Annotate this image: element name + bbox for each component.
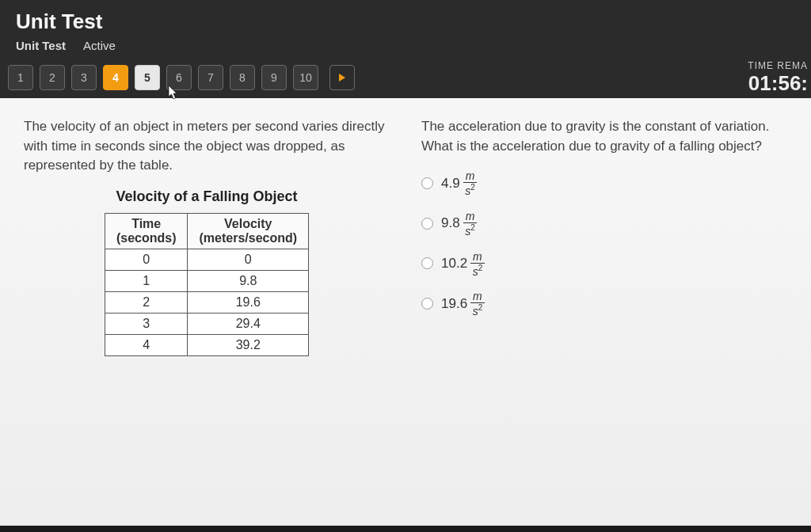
- question-nav-6[interactable]: 6: [166, 65, 192, 90]
- left-column: The velocity of an object in meters per …: [24, 117, 390, 507]
- table-row: 00: [105, 249, 308, 270]
- answer-option-1[interactable]: 4.9ms2: [421, 170, 787, 196]
- col-header-time: Time (seconds): [105, 213, 188, 249]
- answer-option-3[interactable]: 10.2ms2: [421, 251, 787, 277]
- question-prompt-left: The velocity of an object in meters per …: [24, 117, 390, 176]
- answer-option-4[interactable]: 19.6ms2: [421, 291, 787, 317]
- status-label: Active: [83, 39, 116, 52]
- option-label: 19.6ms2: [441, 291, 485, 317]
- question-nav-4[interactable]: 4: [103, 65, 128, 90]
- timer: TIME REMA 01:56:: [748, 60, 811, 96]
- data-table: Time (seconds) Velocity (meters/second) …: [105, 213, 309, 356]
- option-label: 9.8ms2: [441, 211, 477, 237]
- question-nav-10[interactable]: 10: [293, 65, 318, 90]
- option-label: 4.9ms2: [441, 170, 477, 196]
- breadcrumb: Unit Test Active: [16, 39, 795, 60]
- option-label: 10.2ms2: [441, 251, 485, 277]
- next-button[interactable]: [329, 65, 355, 90]
- table-row: 329.4: [105, 313, 308, 334]
- question-nav-3[interactable]: 3: [71, 65, 97, 90]
- right-column: The acceleration due to gravity is the c…: [421, 117, 787, 507]
- breadcrumb-section: Unit Test: [16, 39, 66, 52]
- col-header-velocity: Velocity (meters/second): [188, 213, 309, 249]
- radio-icon[interactable]: [421, 257, 433, 269]
- question-prompt-right: The acceleration due to gravity is the c…: [421, 117, 787, 156]
- page-title: Unit Test: [16, 10, 795, 34]
- question-nav-9[interactable]: 9: [261, 65, 287, 90]
- question-nav-8[interactable]: 8: [230, 65, 255, 90]
- question-content: The velocity of an object in meters per …: [0, 98, 811, 526]
- table-title: Velocity of a Falling Object: [24, 188, 390, 205]
- question-nav-1[interactable]: 1: [8, 65, 33, 90]
- question-nav-5[interactable]: 5: [135, 65, 160, 90]
- table-row: 219.6: [105, 291, 308, 313]
- timer-label: TIME REMA: [748, 60, 808, 71]
- question-nav-2[interactable]: 2: [40, 65, 65, 90]
- table-row: 19.8: [105, 270, 308, 291]
- answer-option-2[interactable]: 9.8ms2: [421, 211, 787, 237]
- svg-marker-0: [339, 74, 345, 82]
- header: Unit Test Unit Test Active: [0, 0, 811, 60]
- question-nav: 12345678910 TIME REMA 01:56:: [0, 60, 811, 98]
- radio-icon[interactable]: [421, 177, 433, 189]
- timer-value: 01:56:: [748, 71, 808, 96]
- answer-options: 4.9ms29.8ms210.2ms219.6ms2: [421, 170, 787, 317]
- radio-icon[interactable]: [421, 298, 433, 310]
- table-row: 439.2: [105, 334, 308, 355]
- radio-icon[interactable]: [421, 218, 433, 230]
- question-nav-7[interactable]: 7: [198, 65, 223, 90]
